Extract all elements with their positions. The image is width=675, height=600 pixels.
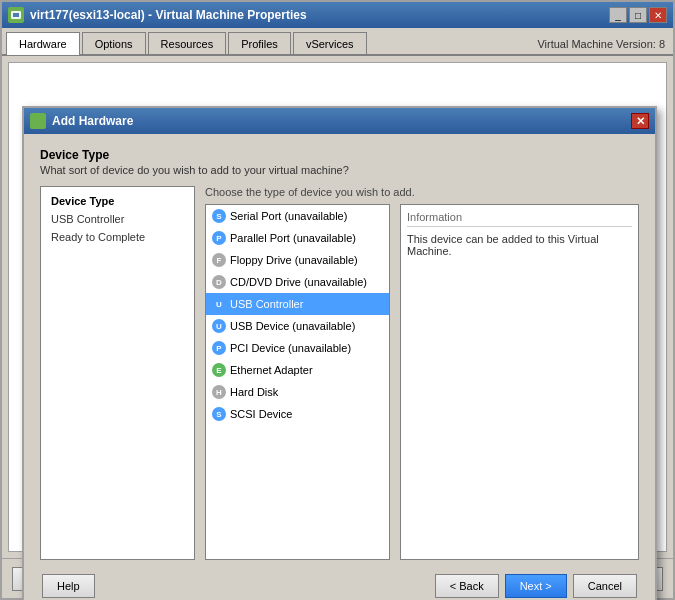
modal-header: Device Type What sort of device do you w…	[32, 142, 647, 186]
tab-profiles[interactable]: Profiles	[228, 32, 291, 54]
svg-rect-1	[13, 13, 19, 17]
info-panel: Information This device can be added to …	[400, 204, 639, 560]
modal-content: Device Type What sort of device do you w…	[24, 134, 655, 600]
list-item[interactable]: P Parallel Port (unavailable)	[206, 227, 389, 249]
tab-options[interactable]: Options	[82, 32, 146, 54]
list-item-ethernet[interactable]: E Ethernet Adapter	[206, 359, 389, 381]
restore-button[interactable]: □	[629, 7, 647, 23]
list-item[interactable]: P PCI Device (unavailable)	[206, 337, 389, 359]
outer-window-title: virt177(esxi13-local) - Virtual Machine …	[30, 8, 307, 22]
footer-left: Help	[42, 574, 95, 598]
list-item-scsi[interactable]: S SCSI Device	[206, 403, 389, 425]
add-hardware-dialog: Add Hardware ✕ Device Type What sort of …	[22, 106, 657, 600]
list-item-harddisk[interactable]: H Hard Disk	[206, 381, 389, 403]
outer-content: Add Hardware ✕ Device Type What sort of …	[2, 56, 673, 558]
minimize-button[interactable]: _	[609, 7, 627, 23]
parallel-port-icon: P	[212, 231, 226, 245]
modal-title: Add Hardware	[52, 114, 133, 128]
modal-footer: Help < Back Next > Cancel	[32, 566, 647, 600]
hard-disk-icon: H	[212, 385, 226, 399]
list-item[interactable]: D CD/DVD Drive (unavailable)	[206, 271, 389, 293]
cancel-button[interactable]: Cancel	[573, 574, 637, 598]
wizard-sidebar: Device Type USB Controller Ready to Comp…	[40, 186, 195, 560]
modal-body: Device Type USB Controller Ready to Comp…	[32, 186, 647, 560]
help-button[interactable]: Help	[42, 574, 95, 598]
modal-close-button[interactable]: ✕	[631, 113, 649, 129]
vm-icon	[8, 7, 24, 23]
device-type-prompt: Choose the type of device you wish to ad…	[205, 186, 639, 198]
window-controls: _ □ ✕	[609, 7, 667, 23]
scsi-device-icon: S	[212, 407, 226, 421]
close-button[interactable]: ✕	[649, 7, 667, 23]
list-item[interactable]: F Floppy Drive (unavailable)	[206, 249, 389, 271]
usb-controller-icon: U	[212, 297, 226, 311]
list-item[interactable]: S Serial Port (unavailable)	[206, 205, 389, 227]
list-item-usb-controller[interactable]: U USB Controller	[206, 293, 389, 315]
modal-titlebar: Add Hardware ✕	[24, 108, 655, 134]
floppy-drive-icon: F	[212, 253, 226, 267]
device-type-container: S Serial Port (unavailable) P Parallel P…	[205, 204, 639, 560]
back-button[interactable]: < Back	[435, 574, 499, 598]
modal-titlebar-left: Add Hardware	[30, 113, 133, 129]
modal-section-subtitle: What sort of device do you wish to add t…	[40, 164, 639, 176]
sidebar-item-ready: Ready to Complete	[47, 229, 188, 245]
device-list[interactable]: S Serial Port (unavailable) P Parallel P…	[205, 204, 390, 560]
footer-right: < Back Next > Cancel	[435, 574, 637, 598]
serial-port-icon: S	[212, 209, 226, 223]
vm-version: Virtual Machine Version: 8	[537, 38, 669, 54]
tab-hardware[interactable]: Hardware	[6, 32, 80, 55]
titlebar-left: virt177(esxi13-local) - Virtual Machine …	[8, 7, 307, 23]
info-panel-text: This device can be added to this Virtual…	[407, 233, 632, 257]
ethernet-adapter-icon: E	[212, 363, 226, 377]
modal-section-title: Device Type	[40, 148, 639, 162]
cdrom-drive-icon: D	[212, 275, 226, 289]
next-button[interactable]: Next >	[505, 574, 567, 598]
info-panel-title: Information	[407, 211, 632, 227]
outer-tab-bar: Hardware Options Resources Profiles vSer…	[2, 28, 673, 56]
outer-titlebar: virt177(esxi13-local) - Virtual Machine …	[2, 2, 673, 28]
sidebar-item-device-type[interactable]: Device Type	[47, 193, 188, 209]
vm-properties-window: virt177(esxi13-local) - Virtual Machine …	[0, 0, 675, 600]
list-item[interactable]: U USB Device (unavailable)	[206, 315, 389, 337]
usb-device-icon: U	[212, 319, 226, 333]
tab-vservices[interactable]: vServices	[293, 32, 367, 54]
sidebar-item-usb-controller: USB Controller	[47, 211, 188, 227]
device-type-panel: Choose the type of device you wish to ad…	[195, 186, 639, 560]
tab-resources[interactable]: Resources	[148, 32, 227, 54]
modal-icon	[30, 113, 46, 129]
pci-device-icon: P	[212, 341, 226, 355]
